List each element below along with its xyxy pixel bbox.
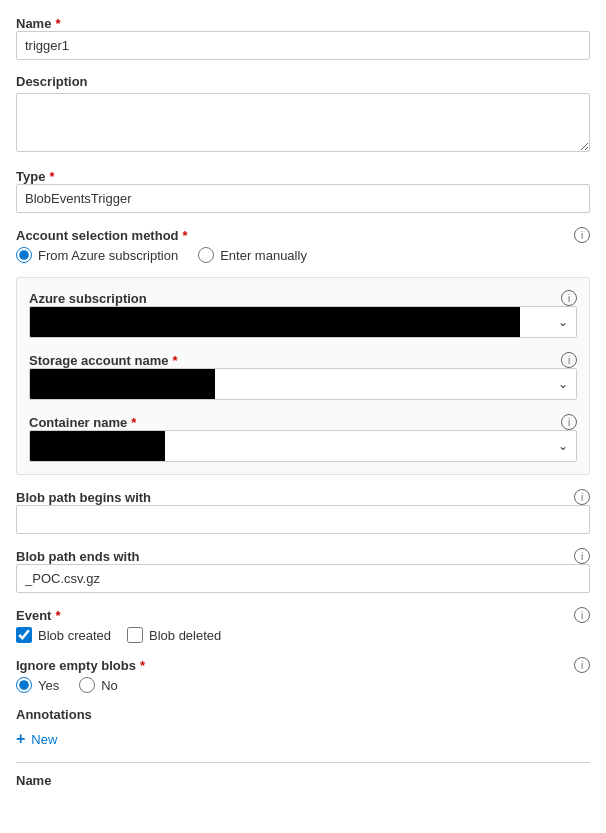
storage-account-required: *	[172, 353, 177, 368]
annotations-divider	[16, 762, 590, 763]
account-selection-label-row: Account selection method * i	[16, 227, 590, 243]
container-name-chevron: ⌄	[550, 439, 576, 453]
azure-subscription-chevron: ⌄	[550, 315, 576, 329]
blob-path-ends-field-group: Blob path ends with i _POC.csv.gz	[16, 548, 590, 593]
blob-path-ends-label-row: Blob path ends with i	[16, 548, 590, 564]
blob-path-begins-label-row: Blob path begins with i	[16, 489, 590, 505]
container-name-required: *	[131, 415, 136, 430]
radio-no-input[interactable]	[79, 677, 95, 693]
type-required: *	[49, 169, 54, 184]
container-name-select[interactable]: ⌄	[29, 430, 577, 462]
storage-account-chevron: ⌄	[550, 377, 576, 391]
storage-account-select[interactable]: ⌄	[29, 368, 577, 400]
ignore-empty-label: Ignore empty blobs *	[16, 658, 145, 673]
radio-from-azure[interactable]: From Azure subscription	[16, 247, 178, 263]
account-selection-label: Account selection method *	[16, 228, 188, 243]
ignore-empty-label-row: Ignore empty blobs * i	[16, 657, 590, 673]
storage-account-info-icon[interactable]: i	[561, 352, 577, 368]
container-name-label: Container name *	[29, 415, 136, 430]
account-selection-radio-group: From Azure subscription Enter manually	[16, 247, 590, 263]
description-field-group: Description	[16, 74, 590, 155]
ignore-empty-radio-group: Yes No	[16, 677, 590, 693]
account-selection-field-group: Account selection method * i From Azure …	[16, 227, 590, 263]
blob-path-begins-label: Blob path begins with	[16, 490, 151, 505]
radio-yes-input[interactable]	[16, 677, 32, 693]
type-label: Type *	[16, 169, 54, 184]
account-selection-info-icon[interactable]: i	[574, 227, 590, 243]
account-selection-required: *	[183, 228, 188, 243]
plus-icon: +	[16, 730, 25, 748]
azure-subscription-label: Azure subscription	[29, 291, 147, 306]
event-info-icon[interactable]: i	[574, 607, 590, 623]
event-field-group: Event * i Blob created Blob deleted	[16, 607, 590, 643]
event-required: *	[55, 608, 60, 623]
event-label-row: Event * i	[16, 607, 590, 623]
name-required: *	[55, 16, 60, 31]
name-field-group: Name * trigger1	[16, 16, 590, 60]
radio-no[interactable]: No	[79, 677, 118, 693]
radio-enter-manually[interactable]: Enter manually	[198, 247, 307, 263]
container-name-info-icon[interactable]: i	[561, 414, 577, 430]
name-input[interactable]: trigger1	[16, 31, 590, 60]
ignore-empty-info-icon[interactable]: i	[574, 657, 590, 673]
blob-path-begins-info-icon[interactable]: i	[574, 489, 590, 505]
blob-path-begins-field-group: Blob path begins with i	[16, 489, 590, 534]
blob-deleted-checkbox-item[interactable]: Blob deleted	[127, 627, 221, 643]
event-label: Event *	[16, 608, 60, 623]
storage-account-mask	[30, 369, 215, 399]
blob-path-ends-input[interactable]: _POC.csv.gz	[16, 564, 590, 593]
description-input[interactable]	[16, 93, 590, 152]
name-column-label: Name	[16, 773, 590, 788]
blob-path-ends-info-icon[interactable]: i	[574, 548, 590, 564]
radio-enter-manually-input[interactable]	[198, 247, 214, 263]
blob-created-checkbox-item[interactable]: Blob created	[16, 627, 111, 643]
add-new-button[interactable]: + New	[16, 726, 57, 752]
azure-subscription-field-group: Azure subscription i ⌄	[29, 290, 577, 338]
annotations-field-group: Annotations + New Name	[16, 707, 590, 788]
ignore-empty-required: *	[140, 658, 145, 673]
blob-created-checkbox[interactable]	[16, 627, 32, 643]
container-name-label-row: Container name * i	[29, 414, 577, 430]
blob-path-begins-input[interactable]	[16, 505, 590, 534]
event-checkbox-group: Blob created Blob deleted	[16, 627, 590, 643]
type-label-row: Type *	[16, 169, 590, 184]
container-name-field-group: Container name * i ⌄	[29, 414, 577, 462]
type-input: BlobEventsTrigger	[16, 184, 590, 213]
storage-account-label: Storage account name *	[29, 353, 178, 368]
storage-account-field-group: Storage account name * i ⌄	[29, 352, 577, 400]
name-label-row: Name *	[16, 16, 590, 31]
storage-account-label-row: Storage account name * i	[29, 352, 577, 368]
description-label: Description	[16, 74, 590, 89]
ignore-empty-field-group: Ignore empty blobs * i Yes No	[16, 657, 590, 693]
annotations-label: Annotations	[16, 707, 590, 722]
azure-subscription-select[interactable]: ⌄	[29, 306, 577, 338]
azure-subscription-info-icon[interactable]: i	[561, 290, 577, 306]
radio-yes[interactable]: Yes	[16, 677, 59, 693]
blob-path-ends-label: Blob path ends with	[16, 549, 140, 564]
azure-subscription-mask	[30, 307, 520, 337]
blob-deleted-checkbox[interactable]	[127, 627, 143, 643]
radio-from-azure-input[interactable]	[16, 247, 32, 263]
azure-subscription-label-row: Azure subscription i	[29, 290, 577, 306]
type-field-group: Type * BlobEventsTrigger	[16, 169, 590, 213]
name-label: Name *	[16, 16, 60, 31]
container-name-mask	[30, 431, 165, 461]
subscription-section: Azure subscription i ⌄ Storage account n…	[16, 277, 590, 475]
